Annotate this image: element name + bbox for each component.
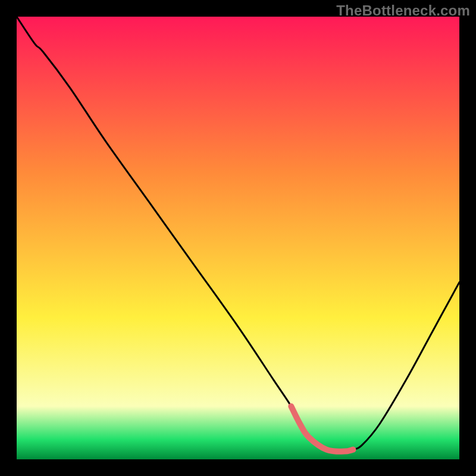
plot-area	[17, 17, 459, 459]
chart-svg	[17, 17, 459, 459]
watermark-text: TheBottleneck.com	[336, 2, 470, 19]
chart-frame: TheBottleneck.com	[0, 0, 476, 476]
gradient-bg	[17, 17, 459, 459]
